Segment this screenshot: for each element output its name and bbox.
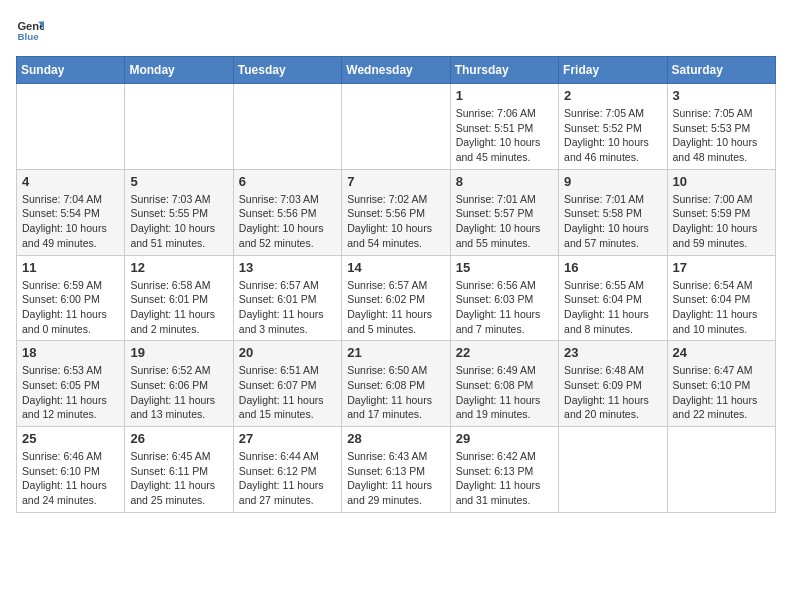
day-info: Sunrise: 6:49 AM Sunset: 6:08 PM Dayligh… bbox=[456, 363, 553, 422]
day-info: Sunrise: 7:01 AM Sunset: 5:57 PM Dayligh… bbox=[456, 192, 553, 251]
calendar-cell bbox=[125, 84, 233, 170]
calendar-cell: 29Sunrise: 6:42 AM Sunset: 6:13 PM Dayli… bbox=[450, 427, 558, 513]
calendar-cell: 27Sunrise: 6:44 AM Sunset: 6:12 PM Dayli… bbox=[233, 427, 341, 513]
calendar-cell: 3Sunrise: 7:05 AM Sunset: 5:53 PM Daylig… bbox=[667, 84, 775, 170]
calendar-cell: 6Sunrise: 7:03 AM Sunset: 5:56 PM Daylig… bbox=[233, 169, 341, 255]
day-number: 28 bbox=[347, 431, 444, 446]
calendar-cell: 14Sunrise: 6:57 AM Sunset: 6:02 PM Dayli… bbox=[342, 255, 450, 341]
column-header-friday: Friday bbox=[559, 57, 667, 84]
day-number: 29 bbox=[456, 431, 553, 446]
column-header-sunday: Sunday bbox=[17, 57, 125, 84]
day-info: Sunrise: 6:44 AM Sunset: 6:12 PM Dayligh… bbox=[239, 449, 336, 508]
calendar-cell: 8Sunrise: 7:01 AM Sunset: 5:57 PM Daylig… bbox=[450, 169, 558, 255]
day-info: Sunrise: 6:50 AM Sunset: 6:08 PM Dayligh… bbox=[347, 363, 444, 422]
calendar-week-2: 4Sunrise: 7:04 AM Sunset: 5:54 PM Daylig… bbox=[17, 169, 776, 255]
day-info: Sunrise: 6:57 AM Sunset: 6:02 PM Dayligh… bbox=[347, 278, 444, 337]
day-info: Sunrise: 7:02 AM Sunset: 5:56 PM Dayligh… bbox=[347, 192, 444, 251]
calendar-cell bbox=[17, 84, 125, 170]
calendar-cell: 19Sunrise: 6:52 AM Sunset: 6:06 PM Dayli… bbox=[125, 341, 233, 427]
day-info: Sunrise: 6:59 AM Sunset: 6:00 PM Dayligh… bbox=[22, 278, 119, 337]
day-number: 21 bbox=[347, 345, 444, 360]
day-info: Sunrise: 7:03 AM Sunset: 5:56 PM Dayligh… bbox=[239, 192, 336, 251]
day-info: Sunrise: 7:01 AM Sunset: 5:58 PM Dayligh… bbox=[564, 192, 661, 251]
day-info: Sunrise: 6:57 AM Sunset: 6:01 PM Dayligh… bbox=[239, 278, 336, 337]
calendar-cell: 17Sunrise: 6:54 AM Sunset: 6:04 PM Dayli… bbox=[667, 255, 775, 341]
day-info: Sunrise: 6:52 AM Sunset: 6:06 PM Dayligh… bbox=[130, 363, 227, 422]
calendar-body: 1Sunrise: 7:06 AM Sunset: 5:51 PM Daylig… bbox=[17, 84, 776, 513]
day-number: 24 bbox=[673, 345, 770, 360]
calendar-cell bbox=[667, 427, 775, 513]
day-info: Sunrise: 7:06 AM Sunset: 5:51 PM Dayligh… bbox=[456, 106, 553, 165]
calendar-cell: 2Sunrise: 7:05 AM Sunset: 5:52 PM Daylig… bbox=[559, 84, 667, 170]
day-info: Sunrise: 6:58 AM Sunset: 6:01 PM Dayligh… bbox=[130, 278, 227, 337]
header: General Blue bbox=[16, 16, 776, 44]
column-header-saturday: Saturday bbox=[667, 57, 775, 84]
day-number: 1 bbox=[456, 88, 553, 103]
day-number: 26 bbox=[130, 431, 227, 446]
day-number: 4 bbox=[22, 174, 119, 189]
calendar-cell bbox=[342, 84, 450, 170]
day-info: Sunrise: 7:00 AM Sunset: 5:59 PM Dayligh… bbox=[673, 192, 770, 251]
calendar-cell: 24Sunrise: 6:47 AM Sunset: 6:10 PM Dayli… bbox=[667, 341, 775, 427]
day-number: 7 bbox=[347, 174, 444, 189]
calendar-cell: 28Sunrise: 6:43 AM Sunset: 6:13 PM Dayli… bbox=[342, 427, 450, 513]
day-number: 12 bbox=[130, 260, 227, 275]
calendar-week-4: 18Sunrise: 6:53 AM Sunset: 6:05 PM Dayli… bbox=[17, 341, 776, 427]
column-header-thursday: Thursday bbox=[450, 57, 558, 84]
calendar-week-3: 11Sunrise: 6:59 AM Sunset: 6:00 PM Dayli… bbox=[17, 255, 776, 341]
calendar-cell: 16Sunrise: 6:55 AM Sunset: 6:04 PM Dayli… bbox=[559, 255, 667, 341]
day-number: 10 bbox=[673, 174, 770, 189]
calendar-cell bbox=[559, 427, 667, 513]
calendar-cell: 25Sunrise: 6:46 AM Sunset: 6:10 PM Dayli… bbox=[17, 427, 125, 513]
day-number: 20 bbox=[239, 345, 336, 360]
day-number: 15 bbox=[456, 260, 553, 275]
calendar-cell: 18Sunrise: 6:53 AM Sunset: 6:05 PM Dayli… bbox=[17, 341, 125, 427]
calendar-cell: 10Sunrise: 7:00 AM Sunset: 5:59 PM Dayli… bbox=[667, 169, 775, 255]
day-info: Sunrise: 6:45 AM Sunset: 6:11 PM Dayligh… bbox=[130, 449, 227, 508]
day-info: Sunrise: 7:03 AM Sunset: 5:55 PM Dayligh… bbox=[130, 192, 227, 251]
calendar-cell: 4Sunrise: 7:04 AM Sunset: 5:54 PM Daylig… bbox=[17, 169, 125, 255]
day-info: Sunrise: 6:54 AM Sunset: 6:04 PM Dayligh… bbox=[673, 278, 770, 337]
day-info: Sunrise: 7:05 AM Sunset: 5:52 PM Dayligh… bbox=[564, 106, 661, 165]
day-number: 6 bbox=[239, 174, 336, 189]
calendar-cell bbox=[233, 84, 341, 170]
day-info: Sunrise: 6:56 AM Sunset: 6:03 PM Dayligh… bbox=[456, 278, 553, 337]
day-info: Sunrise: 7:04 AM Sunset: 5:54 PM Dayligh… bbox=[22, 192, 119, 251]
logo-icon: General Blue bbox=[16, 16, 44, 44]
day-number: 8 bbox=[456, 174, 553, 189]
calendar-cell: 1Sunrise: 7:06 AM Sunset: 5:51 PM Daylig… bbox=[450, 84, 558, 170]
calendar-cell: 7Sunrise: 7:02 AM Sunset: 5:56 PM Daylig… bbox=[342, 169, 450, 255]
day-number: 3 bbox=[673, 88, 770, 103]
day-number: 11 bbox=[22, 260, 119, 275]
calendar-cell: 11Sunrise: 6:59 AM Sunset: 6:00 PM Dayli… bbox=[17, 255, 125, 341]
day-number: 14 bbox=[347, 260, 444, 275]
day-number: 18 bbox=[22, 345, 119, 360]
svg-text:Blue: Blue bbox=[17, 31, 39, 42]
day-info: Sunrise: 6:55 AM Sunset: 6:04 PM Dayligh… bbox=[564, 278, 661, 337]
day-info: Sunrise: 6:46 AM Sunset: 6:10 PM Dayligh… bbox=[22, 449, 119, 508]
day-number: 25 bbox=[22, 431, 119, 446]
calendar-header-row: SundayMondayTuesdayWednesdayThursdayFrid… bbox=[17, 57, 776, 84]
day-number: 2 bbox=[564, 88, 661, 103]
day-number: 5 bbox=[130, 174, 227, 189]
calendar-cell: 5Sunrise: 7:03 AM Sunset: 5:55 PM Daylig… bbox=[125, 169, 233, 255]
day-number: 19 bbox=[130, 345, 227, 360]
calendar-cell: 9Sunrise: 7:01 AM Sunset: 5:58 PM Daylig… bbox=[559, 169, 667, 255]
logo: General Blue bbox=[16, 16, 48, 44]
calendar-cell: 13Sunrise: 6:57 AM Sunset: 6:01 PM Dayli… bbox=[233, 255, 341, 341]
day-number: 9 bbox=[564, 174, 661, 189]
day-info: Sunrise: 6:53 AM Sunset: 6:05 PM Dayligh… bbox=[22, 363, 119, 422]
day-info: Sunrise: 6:47 AM Sunset: 6:10 PM Dayligh… bbox=[673, 363, 770, 422]
calendar-cell: 20Sunrise: 6:51 AM Sunset: 6:07 PM Dayli… bbox=[233, 341, 341, 427]
calendar-week-1: 1Sunrise: 7:06 AM Sunset: 5:51 PM Daylig… bbox=[17, 84, 776, 170]
day-number: 13 bbox=[239, 260, 336, 275]
calendar-cell: 22Sunrise: 6:49 AM Sunset: 6:08 PM Dayli… bbox=[450, 341, 558, 427]
calendar-cell: 23Sunrise: 6:48 AM Sunset: 6:09 PM Dayli… bbox=[559, 341, 667, 427]
calendar-cell: 12Sunrise: 6:58 AM Sunset: 6:01 PM Dayli… bbox=[125, 255, 233, 341]
day-number: 27 bbox=[239, 431, 336, 446]
calendar-cell: 26Sunrise: 6:45 AM Sunset: 6:11 PM Dayli… bbox=[125, 427, 233, 513]
column-header-wednesday: Wednesday bbox=[342, 57, 450, 84]
calendar-table: SundayMondayTuesdayWednesdayThursdayFrid… bbox=[16, 56, 776, 513]
calendar-cell: 15Sunrise: 6:56 AM Sunset: 6:03 PM Dayli… bbox=[450, 255, 558, 341]
day-number: 17 bbox=[673, 260, 770, 275]
